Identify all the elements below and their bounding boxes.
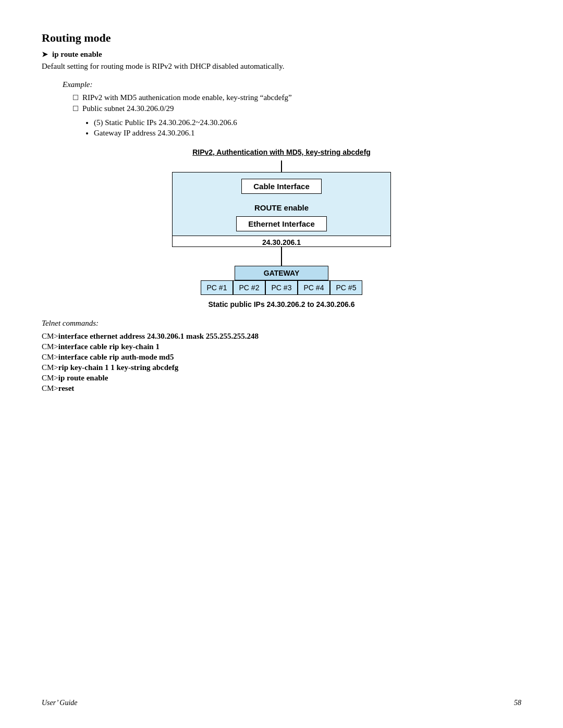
list-item: Gateway IP address 24.30.206.1 — [94, 129, 521, 138]
connector-line-top — [281, 161, 282, 172]
list-item-text: Public subnet 24.30.206.0/29 — [82, 104, 174, 113]
footer-left: User’ Guide — [42, 699, 78, 707]
diagram-title: RIPv2, Authentication with MD5, key-stri… — [192, 148, 371, 156]
cmd-prefix: CM> — [42, 332, 58, 340]
cmd-line-4: CM>rip key-chain 1 1 key-string abcdefg — [42, 363, 521, 372]
ethernet-interface-box: Ethernet Interface — [236, 216, 327, 231]
diagram-caption: Static public IPs 24.30.206.2 to 24.30.2… — [209, 300, 355, 309]
example-list: RIPv2 with MD5 authenication mode enable… — [73, 93, 521, 113]
ip-label: 24.30.206.1 — [173, 236, 390, 246]
description-text: Default setting for routing mode is RIPv… — [42, 62, 521, 71]
subheading-text: ip route enable — [52, 50, 102, 59]
cmd-text: interface cable rip key-chain 1 — [58, 342, 160, 351]
cable-interface-box: Cable Interface — [241, 179, 322, 194]
diagram-container: RIPv2, Authentication with MD5, key-stri… — [42, 148, 521, 309]
pc-box-3: PC #3 — [265, 280, 298, 295]
list-item: (5) Static Public IPs 24.30.206.2~24.30.… — [94, 118, 521, 127]
cable-interface-row: Cable Interface — [173, 172, 390, 198]
cmd-text: rip key-chain 1 1 key-string abcdefg — [58, 363, 178, 372]
cmd-prefix: CM> — [42, 353, 58, 361]
list-item: RIPv2 with MD5 authenication mode enable… — [73, 93, 521, 102]
telnet-label: Telnet commands: — [42, 319, 521, 328]
subheading: ➤ ip route enable — [42, 50, 521, 59]
ethernet-interface-row: Ethernet Interface — [173, 216, 390, 236]
connector-line-mid — [281, 247, 282, 266]
footer-right: 58 — [514, 699, 521, 707]
list-item-text: (5) Static Public IPs 24.30.206.2~24.30.… — [94, 118, 237, 127]
cmd-prefix: CM> — [42, 374, 58, 382]
cmd-line-2: CM>interface cable rip key-chain 1 — [42, 342, 521, 351]
pc-box-5: PC #5 — [330, 280, 362, 295]
gateway-section: GATEWAY PC #1 PC #2 PC #3 PC #4 PC #5 — [201, 266, 362, 295]
list-item-text: Gateway IP address 24.30.206.1 — [94, 129, 195, 137]
pc-box-2: PC #2 — [233, 280, 265, 295]
pc-box-1: PC #1 — [201, 280, 233, 295]
list-item-text: RIPv2 with MD5 authenication mode enable… — [82, 93, 292, 102]
checkbox-icon — [73, 106, 78, 111]
page-title: Routing mode — [42, 31, 521, 45]
cmd-line-6: CM>reset — [42, 384, 521, 393]
footer: User’ Guide 58 — [42, 699, 521, 707]
diagram-inner: Cable Interface ROUTE enable Ethernet In… — [172, 161, 391, 295]
cmd-prefix: CM> — [42, 363, 58, 372]
example-label: Example: — [63, 80, 521, 89]
main-diagram-box: Cable Interface ROUTE enable Ethernet In… — [172, 172, 391, 247]
gateway-box: GATEWAY — [235, 266, 328, 280]
cmd-text: interface ethernet address 24.30.206.1 m… — [58, 332, 259, 340]
bullet-list: (5) Static Public IPs 24.30.206.2~24.30.… — [94, 118, 521, 138]
list-item: Public subnet 24.30.206.0/29 — [73, 104, 521, 113]
cmd-text: interface cable rip auth-mode md5 — [58, 353, 174, 361]
arrow-icon: ➤ — [42, 50, 48, 59]
cmd-line-5: CM>ip route enable — [42, 374, 521, 382]
route-enable-label: ROUTE enable — [173, 198, 390, 216]
cmd-text: reset — [58, 384, 75, 392]
cmd-line-1: CM>interface ethernet address 24.30.206.… — [42, 332, 521, 341]
pc-box-4: PC #4 — [298, 280, 330, 295]
cmd-line-3: CM>interface cable rip auth-mode md5 — [42, 353, 521, 362]
cmd-prefix: CM> — [42, 384, 58, 392]
cmd-prefix: CM> — [42, 342, 58, 351]
cmd-text: ip route enable — [58, 374, 108, 382]
checkbox-icon — [73, 95, 78, 100]
pc-row: PC #1 PC #2 PC #3 PC #4 PC #5 — [201, 280, 362, 295]
commands-list: CM>interface ethernet address 24.30.206.… — [42, 332, 521, 393]
